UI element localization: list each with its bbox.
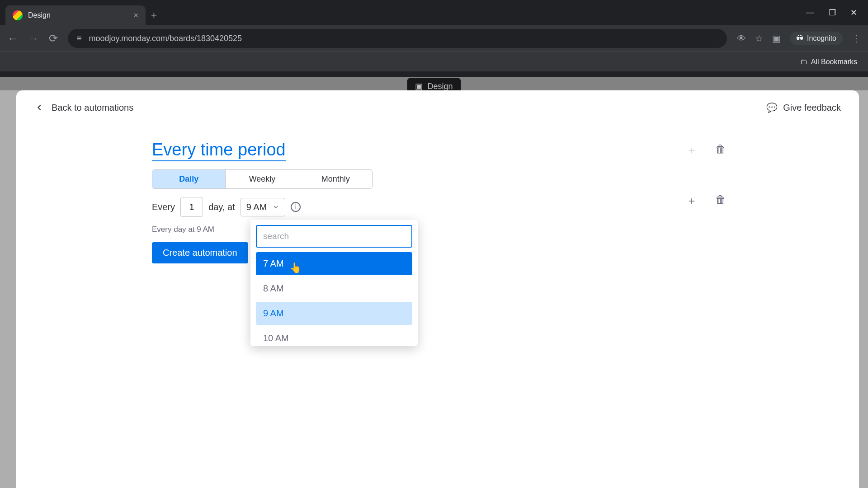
time-dropdown: 7 AM 8 AM 9 AM 10 AM bbox=[250, 220, 418, 346]
bookmarks-bar: 🗀 All Bookmarks bbox=[0, 52, 868, 71]
tab-bar: Design × + — ❐ ✕ bbox=[0, 0, 868, 25]
incognito-indicator[interactable]: 🕶 Incognito bbox=[790, 32, 843, 45]
frequency-row: Every day, at 9 AM i 7 AM 8 AM 9 AM 10 A… bbox=[152, 197, 740, 217]
panel-icon[interactable]: ▣ bbox=[772, 33, 781, 44]
row-actions-1: ＋ 🗑 bbox=[686, 143, 726, 157]
back-to-automations-link[interactable]: Back to automations bbox=[34, 103, 133, 113]
automation-title[interactable]: Every time period bbox=[152, 140, 286, 161]
info-icon[interactable]: i bbox=[291, 202, 301, 212]
url-actions: 👁 ☆ ▣ 🕶 Incognito ⋮ bbox=[737, 32, 861, 45]
dropdown-list[interactable]: 7 AM 8 AM 9 AM 10 AM bbox=[256, 252, 412, 341]
window-controls: — ❐ ✕ bbox=[806, 8, 863, 18]
period-tabs: Daily Weekly Monthly bbox=[152, 169, 373, 189]
automation-block: ＋ 🗑 ＋ 🗑 Every time period Daily Weekly M… bbox=[152, 140, 740, 263]
tab-daily[interactable]: Daily bbox=[152, 170, 226, 188]
frequency-input[interactable] bbox=[180, 197, 203, 217]
back-label: Back to automations bbox=[52, 103, 133, 113]
feedback-label: Give feedback bbox=[783, 103, 841, 113]
tab-monthly[interactable]: Monthly bbox=[299, 170, 372, 188]
browser-chrome: Design × + — ❐ ✕ ← → ⟳ ≡ moodjoy.monday.… bbox=[0, 0, 868, 77]
new-tab-button[interactable]: + bbox=[151, 9, 157, 21]
bookmark-star-icon[interactable]: ☆ bbox=[755, 33, 763, 44]
trash-icon[interactable]: 🗑 bbox=[715, 143, 726, 157]
chevron-left-icon bbox=[34, 103, 44, 113]
chevron-down-icon bbox=[272, 203, 279, 211]
dropdown-option-9am[interactable]: 9 AM bbox=[256, 302, 412, 325]
forward-icon[interactable]: → bbox=[28, 32, 39, 45]
time-select[interactable]: 9 AM bbox=[241, 198, 286, 216]
give-feedback-link[interactable]: 💬 Give feedback bbox=[766, 102, 841, 113]
unit-label: day, at bbox=[208, 202, 235, 212]
dropdown-option-10am[interactable]: 10 AM bbox=[256, 327, 412, 341]
all-bookmarks-label: All Bookmarks bbox=[811, 58, 857, 66]
frequency-summary: Every day at 9 AM bbox=[152, 225, 740, 234]
incognito-label: Incognito bbox=[807, 34, 836, 42]
all-bookmarks-link[interactable]: 🗀 All Bookmarks bbox=[800, 58, 857, 66]
maximize-icon[interactable]: ❐ bbox=[829, 8, 836, 18]
address-bar: ← → ⟳ ≡ moodjoy.monday.com/boards/183042… bbox=[0, 25, 868, 52]
tab-title: Design bbox=[28, 11, 51, 19]
browser-tab[interactable]: Design × bbox=[5, 5, 146, 25]
time-value: 9 AM bbox=[246, 202, 267, 212]
minimize-icon[interactable]: — bbox=[806, 8, 814, 18]
monday-favicon bbox=[13, 10, 23, 20]
browser-menu-icon[interactable]: ⋮ bbox=[852, 33, 861, 44]
tracking-icon[interactable]: 👁 bbox=[737, 33, 746, 44]
back-icon[interactable]: ← bbox=[7, 32, 18, 45]
automation-modal: Back to automations 💬 Give feedback ＋ 🗑 … bbox=[16, 90, 859, 488]
site-info-icon[interactable]: ≡ bbox=[77, 34, 82, 43]
close-window-icon[interactable]: ✕ bbox=[850, 8, 857, 18]
url-box[interactable]: ≡ moodjoy.monday.com/boards/1830420525 bbox=[68, 29, 727, 48]
folder-icon: 🗀 bbox=[800, 58, 807, 66]
chat-icon: 💬 bbox=[766, 102, 778, 113]
url-text: moodjoy.monday.com/boards/1830420525 bbox=[89, 34, 242, 43]
tab-weekly[interactable]: Weekly bbox=[226, 170, 299, 188]
create-automation-button[interactable]: Create automation bbox=[152, 242, 248, 263]
plus-icon[interactable]: ＋ bbox=[686, 143, 697, 157]
dropdown-option-8am[interactable]: 8 AM bbox=[256, 277, 412, 300]
dropdown-search-input[interactable] bbox=[256, 225, 412, 248]
modal-header: Back to automations 💬 Give feedback bbox=[34, 102, 841, 113]
close-tab-icon[interactable]: × bbox=[133, 11, 138, 20]
every-label: Every bbox=[152, 202, 175, 212]
reload-icon[interactable]: ⟳ bbox=[49, 32, 58, 45]
dropdown-option-7am[interactable]: 7 AM bbox=[256, 252, 412, 275]
incognito-icon: 🕶 bbox=[796, 34, 803, 42]
